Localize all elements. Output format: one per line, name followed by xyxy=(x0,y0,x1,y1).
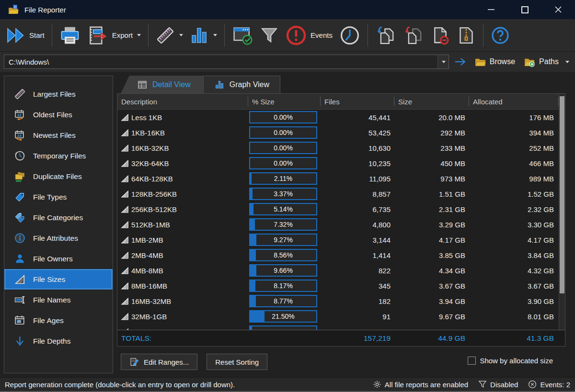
file-size: 973 MB xyxy=(394,175,469,183)
file-size: 450 MB xyxy=(394,159,469,168)
browse-label: Browse xyxy=(490,57,515,66)
edit-ranges-button[interactable]: Edit Ranges... xyxy=(121,354,197,370)
triangle-ruler-small-icon xyxy=(121,159,129,168)
sidebar-item-file-owners[interactable]: File Owners xyxy=(4,248,113,269)
rename-icon xyxy=(14,294,26,306)
column-header-percent-size[interactable]: % Size xyxy=(248,97,321,106)
percent-label: 8.56% xyxy=(250,250,316,260)
maximize-button[interactable] xyxy=(508,0,541,19)
table-row[interactable]: 256KB-512KB5.14%6,7352.31 GB2.32 GB xyxy=(117,202,559,217)
percent-label: 0.00% xyxy=(250,127,316,138)
column-header-description[interactable]: Description xyxy=(117,97,248,106)
table-row[interactable]: 4MB-8MB9.66%8224.34 GB4.32 GB xyxy=(117,263,559,278)
chart-options-button[interactable] xyxy=(186,24,220,47)
schedule-button[interactable] xyxy=(336,23,364,48)
table-row[interactable]: 1KB-16KB0.00%53,425292 MB394 MB xyxy=(117,125,559,140)
chevron-down-icon xyxy=(179,34,183,36)
scrollbar-thumb[interactable] xyxy=(560,96,564,293)
sidebar-item-temporary-files[interactable]: Temporary Files xyxy=(4,146,113,166)
copy-files-button[interactable] xyxy=(372,23,400,48)
sidebar-item-file-depths[interactable]: File Depths xyxy=(4,331,113,351)
totals-label: TOTALS: xyxy=(117,334,321,343)
remove-files-button[interactable] xyxy=(427,24,453,47)
sidebar-item-duplicate-files[interactable]: Duplicate Files xyxy=(4,166,113,187)
files-count: 345 xyxy=(321,282,394,290)
table-row[interactable]: 16KB-32KB0.00%10,630233 MB252 MB xyxy=(117,140,559,156)
table-row[interactable]: 64KB-128KB2.11%11,095973 MB989 MB xyxy=(117,171,559,186)
allocated-size: 8.01 GB xyxy=(469,313,559,321)
table-row[interactable]: 2MB-4MB8.56%1,4143.85 GB3.84 GB xyxy=(117,247,559,263)
clipped-table-row[interactable]: 1GB-2GB11.17 GB1.17 GB xyxy=(117,324,559,330)
column-header-files[interactable]: Files xyxy=(321,97,394,106)
table-row[interactable]: Less 1KB0.00%45,44120.0 MB176 MB xyxy=(117,110,559,125)
table-row[interactable]: 16MB-32MB8.77%1823.94 GB3.90 GB xyxy=(117,293,559,309)
vertical-scrollbar[interactable] xyxy=(559,94,565,330)
update-files-button[interactable] xyxy=(400,23,427,48)
triangle-ruler-small-icon xyxy=(121,205,129,213)
sidebar-item-largest-files[interactable]: Largest Files xyxy=(4,84,113,104)
archive-files-button[interactable] xyxy=(453,24,479,47)
percent-bar xyxy=(249,325,317,330)
table-header: Description % Size Files Size Allocated xyxy=(117,94,559,110)
allocated-size: 4.32 GB xyxy=(469,267,559,275)
window-check-icon xyxy=(232,25,253,46)
size-ranges-button[interactable] xyxy=(152,24,186,47)
table-row[interactable]: 8MB-16MB8.17%3453.67 GB3.67 GB xyxy=(117,278,559,293)
size-range-label: 32KB-64KB xyxy=(131,159,169,168)
clock-icon xyxy=(339,25,360,46)
report-table: Description % Size Files Size Allocated … xyxy=(117,93,565,347)
print-button[interactable] xyxy=(56,23,84,48)
help-button[interactable] xyxy=(487,24,513,47)
file-size: 4.34 GB xyxy=(394,267,469,275)
triangle-ruler-small-icon xyxy=(121,175,129,183)
file-zip-icon xyxy=(457,26,476,45)
show-by-allocated-checkbox[interactable]: Show by allocated size xyxy=(468,357,553,365)
sidebar-item-file-sizes[interactable]: File Sizes xyxy=(4,269,113,290)
table-row[interactable]: 512KB-1MB7.32%4,8003.29 GB3.30 GB xyxy=(117,217,559,232)
table-row[interactable]: 32KB-64KB0.00%10,235450 MB466 MB xyxy=(117,156,559,171)
minimize-button[interactable] xyxy=(474,0,508,19)
table-row[interactable]: 1GB-2GB11.17 GB1.17 GB xyxy=(117,324,559,330)
checkbox-box[interactable] xyxy=(468,357,476,365)
start-label: Start xyxy=(29,31,45,39)
svg-text:23: 23 xyxy=(17,134,22,138)
column-header-allocated[interactable]: Allocated xyxy=(469,97,559,106)
events-button[interactable]: Events xyxy=(282,23,336,48)
tab-graph-view[interactable]: Graph View xyxy=(203,76,280,93)
export-button[interactable]: Export xyxy=(84,23,144,48)
sidebar-item-newest-files[interactable]: 23Newest Files xyxy=(4,125,113,146)
enabled-reports-button[interactable] xyxy=(229,23,256,48)
column-header-size[interactable]: Size xyxy=(394,97,469,106)
sidebar-item-oldest-files[interactable]: 22Oldest Files xyxy=(4,104,113,125)
browse-button[interactable]: Browse xyxy=(472,55,517,69)
table-row[interactable]: 32MB-1GB21.50%919.67 GB8.01 GB xyxy=(117,309,559,324)
main-area: Largest Files22Oldest Files23Newest File… xyxy=(0,72,575,377)
path-input[interactable]: C:\Windows\ xyxy=(4,55,449,69)
start-button[interactable]: Start xyxy=(3,25,48,45)
sidebar-item-file-types[interactable]: File Types xyxy=(4,187,113,207)
go-arrow-button[interactable] xyxy=(453,56,467,68)
table-row[interactable]: 128KB-256KB3.37%8,8571.51 GB1.52 GB xyxy=(117,186,559,202)
sidebar-item-label: Duplicate Files xyxy=(33,172,82,181)
info-icon xyxy=(14,232,26,244)
tab-detail-view[interactable]: Detail View xyxy=(121,76,203,93)
percent-label: 9.27% xyxy=(250,235,316,245)
percent-label: 2.11% xyxy=(250,173,316,184)
gear-icon xyxy=(372,380,382,389)
close-button[interactable] xyxy=(541,0,575,19)
filter-button[interactable] xyxy=(256,24,282,47)
path-dropdown-button[interactable] xyxy=(437,55,448,68)
sidebar-item-file-categories[interactable]: File Categories xyxy=(4,207,113,228)
sidebar-item-file-attributes[interactable]: File Attributes xyxy=(4,228,113,248)
alert-icon xyxy=(286,25,307,46)
sidebar-item-label: File Categories xyxy=(33,213,83,222)
percent-bar: 7.32% xyxy=(249,218,317,231)
sidebar: Largest Files22Oldest Files23Newest File… xyxy=(4,76,113,373)
reset-sorting-button[interactable]: Reset Sorting xyxy=(207,354,267,370)
totals-size: 44.9 GB xyxy=(394,334,469,343)
sidebar-item-file-ages[interactable]: 23File Ages xyxy=(4,310,113,331)
size-range-label: Less 1KB xyxy=(131,113,162,122)
paths-button[interactable]: Paths xyxy=(521,55,571,69)
table-row[interactable]: 1MB-2MB9.27%3,1444.17 GB4.17 GB xyxy=(117,232,559,247)
sidebar-item-file-names[interactable]: File Names xyxy=(4,290,113,310)
